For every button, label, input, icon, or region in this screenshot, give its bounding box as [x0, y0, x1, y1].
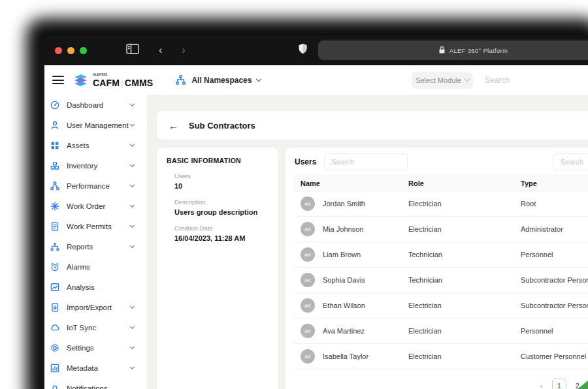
- pagination: ‹ 1 2 3: [293, 379, 588, 389]
- sidebar-item-reports[interactable]: Reports: [44, 236, 147, 257]
- avatar: AK: [301, 324, 315, 338]
- user-name: Ava Martinez: [323, 327, 365, 335]
- zoom-window-button[interactable]: [80, 47, 87, 54]
- user-type: Personnel: [521, 327, 588, 335]
- avatar: AK: [301, 273, 315, 287]
- user-name: Mia Johnson: [323, 225, 363, 233]
- pagination-page-2[interactable]: 2: [576, 382, 580, 389]
- chevron-down-icon: [130, 182, 135, 187]
- chevron-down-icon: [130, 303, 135, 308]
- close-window-button[interactable]: [55, 47, 62, 54]
- user-role: Electrician: [408, 225, 521, 233]
- chevron-down-icon: [130, 101, 135, 106]
- user-role: Technician: [408, 276, 521, 284]
- dashboard-icon: [50, 100, 60, 110]
- document-icon: [50, 221, 60, 232]
- sidebar-item-alarms[interactable]: Alarms: [44, 257, 147, 277]
- pagination-prev-icon[interactable]: ‹: [540, 382, 543, 389]
- users-table-title: Users: [295, 157, 316, 166]
- sidebar-item-dashboard[interactable]: Dashboard: [44, 95, 147, 115]
- logo-layers-icon: [72, 72, 90, 88]
- sidebar-item-metadata[interactable]: Metadata: [44, 358, 147, 378]
- namespace-selector-label: All Namespaces: [191, 76, 252, 85]
- sidebar-item-user-management[interactable]: User Management: [44, 115, 147, 135]
- chevron-down-icon: [130, 344, 135, 349]
- bell-icon: [50, 383, 60, 389]
- table-row[interactable]: AKLiam Brown Technician Personnel: [293, 242, 588, 268]
- user-name: Sophia Davis: [323, 276, 365, 284]
- user-role: Electrician: [408, 352, 521, 360]
- user-name: Liam Brown: [323, 251, 361, 258]
- logo-cafm-text: CAFM: [93, 78, 120, 88]
- global-search-input[interactable]: [476, 71, 588, 89]
- logo-cmms-text: CMMS: [125, 78, 154, 88]
- url-text: ALEF 360° Platform: [449, 47, 508, 54]
- info-field-users: Users 10: [174, 172, 269, 190]
- sidebar-item-inventory[interactable]: Inventory: [44, 155, 147, 176]
- back-arrow-icon[interactable]: ←: [169, 120, 178, 131]
- app-header: ALEF360 CAFM|CMMS All Namespaces Select …: [44, 65, 588, 95]
- info-field-creation-date: Creation Date 16/04/2023, 11:28 AM: [174, 225, 269, 242]
- column-header-role[interactable]: Role: [408, 179, 521, 187]
- user-type: Administrator: [521, 225, 588, 233]
- module-selector-label: Select Module: [416, 76, 461, 84]
- sidebar-item-work-order[interactable]: Work Order: [44, 196, 147, 216]
- pagination-page-1[interactable]: 1: [552, 379, 566, 389]
- forward-nav-icon[interactable]: ›: [182, 44, 185, 56]
- avatar: AK: [301, 298, 315, 313]
- gear-icon: [50, 343, 60, 353]
- chevron-down-icon: [130, 223, 135, 227]
- user-role: Technician: [408, 251, 521, 258]
- sidebar-toggle-icon[interactable]: [126, 44, 139, 57]
- logo-divider: |: [121, 78, 123, 88]
- boxes-icon: [50, 161, 60, 171]
- avatar: AK: [301, 222, 315, 236]
- table-row[interactable]: AKJordan Smith Electrician Root: [293, 191, 588, 217]
- minimize-window-button[interactable]: [67, 47, 74, 54]
- namespace-selector[interactable]: All Namespaces: [175, 74, 261, 86]
- users-search-input[interactable]: [324, 153, 408, 170]
- table-row[interactable]: AKMia Johnson Electrician Administrator: [293, 217, 588, 242]
- hamburger-menu-icon[interactable]: [52, 76, 64, 84]
- info-field-description: Description Users group description: [174, 198, 269, 216]
- user-type: Personnel: [521, 251, 588, 258]
- chevron-down-icon: [130, 121, 135, 126]
- table-header-row: Name Role Type: [293, 176, 588, 191]
- chevron-down-icon: [130, 142, 135, 146]
- back-nav-icon[interactable]: ‹: [159, 44, 162, 56]
- table-row[interactable]: AKAva Martinez Electrician Personnel: [293, 319, 588, 344]
- basic-information-card: BASIC INFORMATION Users 10 Description U…: [157, 148, 278, 389]
- sidebar-item-performance[interactable]: Performance: [44, 176, 147, 196]
- user-role: Electrician: [408, 302, 521, 309]
- app-logo[interactable]: ALEF360 CAFM|CMMS: [72, 72, 153, 88]
- users-search-input-secondary[interactable]: [553, 153, 588, 170]
- chevron-down-icon: [130, 324, 135, 328]
- table-row[interactable]: AKEthan Wilson Electrician Subcontractor…: [293, 293, 588, 319]
- chevron-down-icon: [130, 364, 135, 369]
- sidebar-item-settings[interactable]: Settings: [44, 337, 147, 358]
- sidebar-item-import-export[interactable]: Import/Export: [44, 297, 147, 317]
- url-bar[interactable]: ALEF 360° Platform: [318, 40, 588, 60]
- sidebar-item-notifications[interactable]: Notifications: [44, 378, 147, 389]
- sidebar-item-work-permits[interactable]: Work Permits: [44, 216, 147, 236]
- main-content: ← Sub Contractors BASIC INFORMATION User…: [147, 95, 588, 389]
- column-header-type[interactable]: Type: [521, 179, 588, 187]
- chevron-down-icon: [130, 243, 135, 247]
- table-row[interactable]: AKIsabella Taylor Electrician Customer P…: [293, 344, 588, 369]
- page-title: Sub Contractors: [189, 121, 255, 131]
- module-selector[interactable]: Select Module: [412, 72, 473, 89]
- sidebar-item-iot-sync[interactable]: IoT Sync: [44, 317, 147, 337]
- user-type: Subcontractor Personnel: [521, 276, 588, 284]
- sidebar-item-analysis[interactable]: Analysis: [44, 277, 147, 297]
- avatar: AK: [301, 349, 315, 364]
- column-header-name[interactable]: Name: [293, 179, 408, 187]
- browser-window: ‹ › ALEF 360° Platform ALEF360 CAF: [41, 35, 588, 389]
- privacy-shield-icon[interactable]: [298, 43, 308, 57]
- lock-icon: [439, 46, 445, 55]
- alarm-icon: [50, 262, 60, 272]
- chart-line-icon: [50, 282, 60, 292]
- table-row[interactable]: AKSophia Davis Technician Subcontractor …: [293, 268, 588, 293]
- avatar: AK: [301, 196, 315, 211]
- sidebar-item-assets[interactable]: Assets: [44, 135, 147, 155]
- asterisk-icon: [50, 201, 60, 211]
